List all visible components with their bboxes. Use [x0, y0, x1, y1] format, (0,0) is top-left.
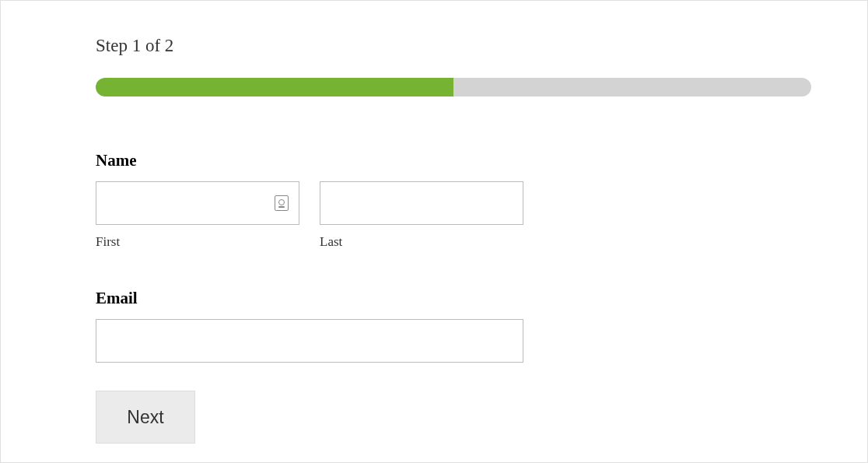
last-name-sublabel: Last [320, 234, 523, 250]
name-row: First Last [96, 181, 811, 250]
first-name-col: First [96, 181, 299, 250]
next-button[interactable]: Next [96, 391, 195, 444]
contact-autofill-icon[interactable] [275, 195, 289, 211]
last-name-input[interactable] [320, 181, 523, 225]
last-name-col: Last [320, 181, 523, 250]
email-label: Email [96, 289, 811, 308]
progress-bar [96, 78, 811, 96]
name-label: Name [96, 151, 811, 170]
email-section: Email [96, 289, 811, 363]
first-name-sublabel: First [96, 234, 299, 250]
step-indicator: Step 1 of 2 [96, 36, 811, 56]
progress-fill [96, 78, 453, 96]
first-name-input[interactable] [96, 181, 299, 225]
email-input[interactable] [96, 319, 523, 363]
